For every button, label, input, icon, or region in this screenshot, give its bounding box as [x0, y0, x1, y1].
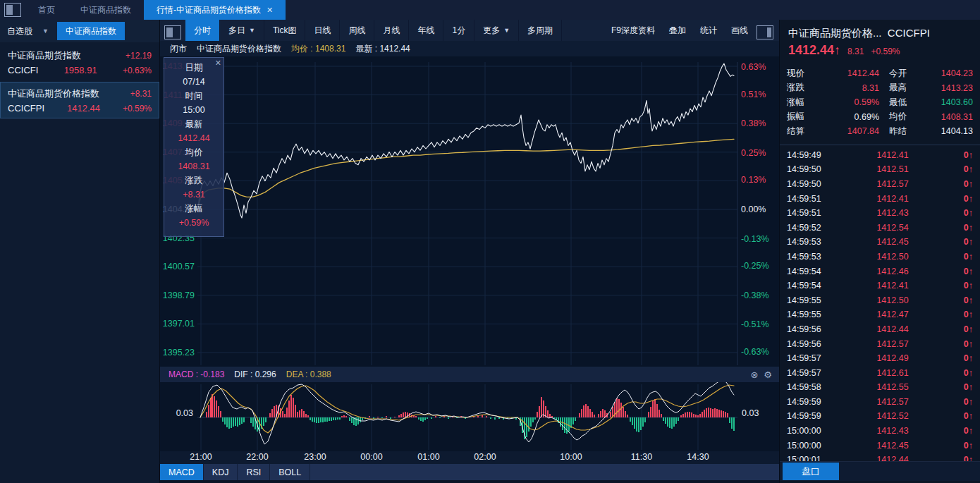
tick-row: 14:59:561412.440↑: [787, 322, 973, 337]
divider: [780, 145, 980, 145]
toolbar-button-label: 1分: [452, 25, 465, 37]
tab-行情-中证商品期货价格指数[interactable]: 行情-中证商品期货价格指数✕: [144, 0, 286, 20]
panel-toggle-left-icon[interactable]: [164, 25, 181, 39]
toolbar-button-label: 多日: [228, 25, 245, 37]
macd-bar-down: [337, 417, 338, 420]
quote-detail-row: 振幅0.69%均价1408.31: [787, 110, 973, 125]
macd-bar-down: [231, 417, 232, 428]
macd-bar-up: [600, 411, 601, 417]
indicator-tab-BOLL[interactable]: BOLL: [270, 464, 310, 480]
tab-首页[interactable]: 首页: [25, 0, 68, 20]
tooltip-row: +0.59%: [164, 216, 223, 230]
toolbar-button-Tick图[interactable]: Tick图: [264, 20, 306, 41]
tick-up-arrow-icon: ↑: [969, 353, 973, 363]
watchlist-group-dropdown[interactable]: 自选股 ▼: [0, 25, 56, 37]
macd-bar-up: [477, 416, 479, 417]
instrument-code: CCICFI: [8, 65, 38, 75]
macd-bar-down: [252, 417, 254, 427]
quote-detail-row: 结算1407.84昨结1404.13: [787, 124, 973, 139]
tick-time: 14:59:50: [787, 164, 836, 174]
toolbar-button-更多[interactable]: 更多▼: [474, 20, 519, 41]
tick-up-arrow-icon: ↑: [969, 368, 973, 378]
macd-bar-down: [729, 417, 730, 423]
macd-bar-up: [581, 409, 582, 417]
toolbar-button-F9深度资料[interactable]: F9深度资料: [604, 20, 662, 41]
panel-toggle-right-icon[interactable]: [757, 25, 773, 39]
toolbar-button-画线[interactable]: 画线: [724, 20, 755, 41]
macd-bar-up: [435, 416, 436, 417]
indicator-settings-gear-icon[interactable]: ⚙: [764, 369, 772, 380]
macd-bar-down: [630, 417, 631, 422]
indicator-tab-MACD[interactable]: MACD: [160, 464, 204, 480]
time-axis-label: 00:00: [360, 452, 382, 462]
sidebar-tab-index-group[interactable]: 中证商品指数: [57, 22, 125, 40]
instrument-price: 1958.91: [64, 65, 97, 75]
tick-list[interactable]: 14:59:491412.410↑14:59:501412.510↑14:59:…: [780, 147, 980, 467]
tooltip-close-icon[interactable]: ✕: [215, 59, 221, 68]
tick-up-arrow-icon: ↑: [969, 179, 973, 189]
toolbar-button-日线[interactable]: 日线: [305, 20, 340, 41]
watchlist-item-row1: 中证商品期货价格指数+8.31: [8, 87, 152, 100]
tick-up-arrow-icon: ↑: [969, 411, 973, 421]
tick-time: 14:59:58: [787, 382, 836, 392]
panel-toggle-icon[interactable]: [4, 3, 21, 17]
macd-bar-up: [579, 413, 580, 417]
macd-bar-down: [329, 417, 330, 421]
toolbar-button-月线[interactable]: 月线: [374, 20, 409, 41]
indicator-close-icon[interactable]: ⊗: [750, 369, 758, 380]
detail-label: 涨幅: [787, 97, 819, 109]
macd-bar-up: [583, 405, 584, 417]
macd-bar-down: [239, 417, 240, 425]
tick-price: 1412.41: [836, 194, 949, 204]
watchlist-item[interactable]: 中证商品期货价格指数+8.31CCICFPI1412.44+0.59%: [0, 82, 159, 118]
macd-bar-up: [650, 407, 651, 417]
macd-value-label: MACD : -0.183: [169, 369, 224, 379]
macd-bar-up: [616, 398, 618, 417]
toolbar-button-label: 日线: [314, 25, 331, 37]
tick-row: 14:59:571412.610↑: [787, 365, 973, 380]
tick-volume: 0↑: [949, 353, 973, 363]
tick-up-arrow-icon: ↑: [969, 281, 973, 291]
macd-bar-down: [733, 417, 735, 431]
toolbar-button-分时[interactable]: 分时: [185, 20, 220, 41]
order-book-button[interactable]: 盘口: [783, 463, 839, 480]
tick-volume: 0↑: [949, 382, 973, 392]
toolbar-button-叠加[interactable]: 叠加: [662, 20, 693, 41]
percent-axis-label: 0.51%: [741, 90, 766, 99]
indicator-tab-KDJ[interactable]: KDJ: [204, 464, 238, 480]
macd-bar-down: [228, 417, 230, 429]
toolbar-button-多周期[interactable]: 多周期: [519, 20, 562, 41]
toolbar-button-年线[interactable]: 年线: [409, 20, 443, 41]
status-segment: 最新 : 1412.44: [355, 43, 410, 55]
close-icon[interactable]: ✕: [267, 6, 273, 15]
macd-bar-down: [381, 417, 383, 418]
percent-axis-label: -0.25%: [741, 261, 769, 271]
toolbar-button-周线[interactable]: 周线: [340, 20, 374, 41]
macd-bar-up: [405, 412, 406, 417]
instrument-code: CCICFPI: [8, 103, 44, 114]
tick-volume: 0↑: [949, 441, 973, 451]
tick-time: 14:59:52: [787, 223, 836, 233]
tick-volume: 0↑: [949, 223, 973, 233]
tab-中证商品指数[interactable]: 中证商品指数: [68, 0, 144, 20]
tick-time: 14:59:55: [787, 310, 836, 319]
toolbar-button-多日[interactable]: 多日▼: [220, 20, 264, 41]
tick-up-arrow-icon: ↑: [969, 164, 973, 174]
toolbar-button-label: 月线: [383, 25, 400, 37]
tick-price: 1412.57: [836, 339, 949, 349]
toolbar-button-1分[interactable]: 1分: [443, 20, 474, 41]
app-window: 首页中证商品指数行情-中证商品期货价格指数✕ 自选股 ▼ 中证商品指数 中证商品…: [0, 0, 980, 483]
tick-time: 15:00:00: [787, 426, 836, 436]
macd-bar-up: [718, 410, 720, 417]
indicator-tab-RSI[interactable]: RSI: [238, 464, 270, 480]
watchlist-item[interactable]: 中证商品期货指数+12.19CCICFI1958.91+0.63%: [0, 44, 159, 80]
macd-bar-up: [712, 409, 713, 417]
macd-bar-down: [526, 417, 527, 437]
toolbar-button-label: 周线: [348, 25, 365, 37]
toolbar-button-统计[interactable]: 统计: [693, 20, 724, 41]
tick-row: 14:59:501412.570↑: [787, 177, 973, 192]
macd-bar-down: [335, 417, 336, 420]
quote-panel: 中证商品期货价格... CCICFPI 1412.44↑ 8.31 +0.59%…: [779, 20, 980, 483]
time-axis-label: 23:00: [304, 452, 326, 462]
macd-bar-up: [697, 415, 699, 417]
